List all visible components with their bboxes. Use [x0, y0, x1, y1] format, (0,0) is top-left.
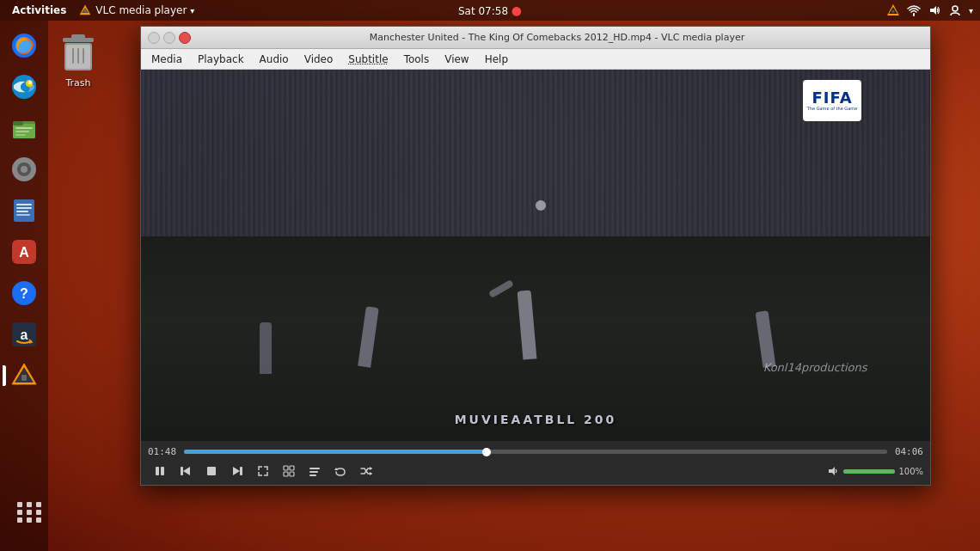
- volume-fill: [843, 469, 895, 474]
- video-frame: FIFA The Game of the Game Konl14producti…: [141, 70, 930, 441]
- vlc-icon: [9, 360, 40, 391]
- menu-help[interactable]: Help: [478, 52, 515, 67]
- volume-tray-icon[interactable]: [928, 3, 941, 17]
- svg-rect-22: [23, 157, 25, 162]
- svg-rect-62: [309, 474, 316, 476]
- app-menu-button[interactable]: VLC media player ▾: [78, 3, 194, 17]
- recording-indicator: ●: [511, 3, 522, 17]
- sidebar-item-help[interactable]: ?: [6, 275, 42, 311]
- vlc-tray-icon[interactable]: [886, 3, 900, 17]
- svg-text:?: ?: [20, 286, 28, 301]
- svg-marker-64: [370, 467, 372, 470]
- subtitle-button[interactable]: [303, 462, 327, 481]
- random-button[interactable]: [354, 462, 378, 481]
- sidebar-item-firefox[interactable]: [6, 28, 42, 64]
- next-button[interactable]: [225, 462, 249, 481]
- sidebar-item-files[interactable]: [6, 110, 42, 146]
- sidebar-item-appstore[interactable]: A: [6, 234, 42, 270]
- svg-rect-46: [72, 48, 74, 64]
- menu-video[interactable]: Video: [297, 52, 340, 67]
- menu-view[interactable]: View: [438, 52, 475, 67]
- app-name-label: VLC media player: [95, 4, 187, 16]
- random-icon: [360, 465, 372, 477]
- next-icon: [231, 465, 243, 477]
- thunderbird-icon: [9, 71, 40, 102]
- close-button[interactable]: [179, 32, 191, 44]
- trash-desktop-icon[interactable]: Trash: [58, 31, 99, 89]
- video-area[interactable]: FIFA The Game of the Game Konl14producti…: [141, 70, 930, 441]
- svg-rect-57: [290, 466, 294, 470]
- system-tray: ▾: [886, 3, 973, 17]
- svg-rect-59: [290, 472, 294, 476]
- svg-rect-51: [181, 467, 183, 475]
- svg-rect-41: [21, 375, 27, 381]
- buttons-row: 100%: [148, 459, 923, 485]
- power-icon[interactable]: [948, 3, 962, 17]
- sidebar-item-thunderbird[interactable]: [6, 69, 42, 105]
- top-bar: Activities VLC media player ▾ Sat 07:58 …: [0, 0, 980, 21]
- watermark-text: Konl14productions: [763, 361, 867, 374]
- fifa-logo: FIFA The Game of the Game: [803, 80, 861, 121]
- sidebar-item-writer[interactable]: [6, 193, 42, 229]
- svg-rect-16: [15, 127, 33, 129]
- menu-media[interactable]: Media: [144, 52, 189, 67]
- system-menu-arrow[interactable]: ▾: [969, 6, 973, 15]
- writer-icon: [9, 195, 40, 226]
- menu-subtitle[interactable]: Subtitle: [341, 52, 395, 67]
- help-icon: ?: [9, 278, 40, 309]
- svg-rect-2: [84, 9, 87, 13]
- progress-handle[interactable]: [482, 448, 491, 456]
- svg-rect-15: [13, 121, 23, 126]
- svg-text:A: A: [19, 245, 29, 260]
- minimize-button[interactable]: [148, 32, 160, 44]
- menu-tools[interactable]: Tools: [397, 52, 437, 67]
- volume-slider[interactable]: [843, 469, 895, 474]
- svg-rect-60: [309, 468, 320, 469]
- fullscreen-button[interactable]: [251, 462, 275, 481]
- svg-marker-55: [233, 467, 240, 475]
- settings-icon: [9, 154, 40, 185]
- activities-button[interactable]: Activities: [7, 4, 71, 16]
- svg-point-21: [21, 166, 28, 173]
- loop-button[interactable]: [328, 462, 352, 481]
- desktop: Activities VLC media player ▾ Sat 07:58 …: [0, 0, 980, 551]
- menu-audio[interactable]: Audio: [253, 52, 296, 67]
- prev-button[interactable]: [174, 462, 198, 481]
- extended-button[interactable]: [277, 462, 301, 481]
- sidebar-item-amazon[interactable]: a: [6, 316, 42, 352]
- firefox-icon: [9, 30, 40, 61]
- wifi-icon[interactable]: [907, 3, 921, 17]
- stop-button[interactable]: [199, 462, 224, 481]
- volume-icon: [826, 464, 840, 478]
- pause-icon: [154, 465, 166, 477]
- stop-icon: [205, 465, 217, 477]
- menu-bar: Media Playback Audio Video Subtitle Tool…: [141, 49, 930, 70]
- svg-rect-54: [240, 467, 242, 475]
- svg-marker-66: [829, 467, 835, 475]
- svg-rect-56: [284, 466, 288, 470]
- svg-point-12: [28, 81, 32, 84]
- svg-rect-48: [83, 48, 84, 64]
- prev-icon: [180, 465, 192, 477]
- menu-playback[interactable]: Playback: [191, 52, 251, 67]
- svg-rect-31: [16, 211, 28, 212]
- svg-rect-61: [309, 471, 318, 473]
- apps-grid-icon: [17, 502, 43, 523]
- subtitle-icon: [309, 465, 321, 477]
- sidebar-item-vlc[interactable]: [6, 358, 42, 394]
- pause-button[interactable]: [148, 462, 172, 481]
- progress-bar[interactable]: [184, 450, 887, 454]
- show-apps-button[interactable]: [12, 494, 48, 530]
- fullscreen-icon: [257, 465, 269, 477]
- svg-rect-5: [891, 10, 894, 13]
- active-indicator: [3, 365, 6, 386]
- svg-rect-29: [16, 204, 32, 205]
- svg-rect-58: [284, 472, 288, 476]
- appstore-icon: A: [9, 236, 40, 267]
- maximize-button[interactable]: [163, 32, 175, 44]
- svg-rect-50: [161, 467, 164, 475]
- fifa-text: FIFA: [812, 90, 852, 106]
- svg-rect-17: [15, 131, 29, 132]
- sidebar-item-settings[interactable]: [6, 151, 42, 187]
- svg-text:a: a: [21, 328, 28, 342]
